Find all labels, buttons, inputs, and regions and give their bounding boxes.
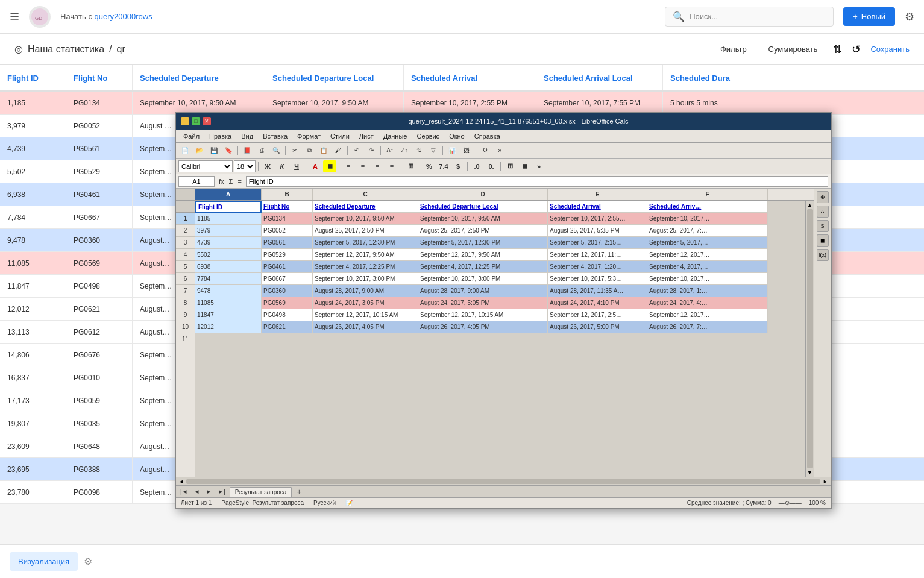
cell-C10[interactable]: September 12, 2017, 10:15 AM — [313, 309, 418, 321]
side-panel-gallery[interactable]: ◼ — [817, 234, 829, 247]
toolbar-paste[interactable]: 📋 — [317, 145, 330, 157]
cell-B8[interactable]: PG0360 — [262, 285, 313, 297]
cell-E7[interactable]: September 10, 2017, 5:3… — [548, 273, 647, 285]
cell-F4[interactable]: September 5, 2017,… — [647, 237, 768, 249]
cell-C11[interactable]: August 26, 2017, 4:05 PM — [313, 321, 418, 333]
cell-A9[interactable]: 11085 — [195, 297, 262, 309]
menu-item-данные[interactable]: Данные — [379, 130, 412, 142]
side-panel-func[interactable]: f(x) — [817, 249, 829, 261]
merge-cells[interactable]: ⊞ — [404, 160, 417, 172]
viz-settings-icon[interactable]: ⚙ — [84, 556, 92, 567]
menu-item-файл[interactable]: Файл — [178, 130, 204, 142]
cell-C5[interactable]: September 12, 2017, 9:50 AM — [313, 249, 418, 261]
hamburger-icon[interactable]: ☰ — [10, 10, 19, 24]
cell-E9[interactable]: August 24, 2017, 4:10 PM — [548, 297, 647, 309]
underline-button[interactable]: Ч — [290, 160, 303, 172]
col-header-E[interactable]: E — [548, 189, 647, 200]
toolbar-new[interactable]: 📄 — [178, 145, 192, 157]
cell-F5[interactable]: September 12, 2017… — [647, 249, 768, 261]
cell-E4[interactable]: September 5, 2017, 2:15… — [548, 237, 647, 249]
settings-icon[interactable]: ⚙ — [905, 10, 914, 24]
close-button[interactable]: ✕ — [203, 117, 211, 125]
align-right[interactable]: ≡ — [371, 160, 384, 172]
toolbar-print[interactable]: 🖨 — [255, 145, 268, 157]
cell-A4[interactable]: 4739 — [195, 237, 262, 249]
cell-A3[interactable]: 3979 — [195, 225, 262, 237]
col-header-F[interactable]: F — [647, 189, 768, 200]
highlight-button[interactable]: ◼ — [323, 160, 336, 172]
cell-C1[interactable]: Scheduled Departure — [313, 201, 418, 213]
toolbar-open[interactable]: 📂 — [193, 145, 206, 157]
minimize-button[interactable]: _ — [181, 117, 189, 125]
cell-B4[interactable]: PG0561 — [262, 237, 313, 249]
bold-button[interactable]: Ж — [261, 160, 274, 172]
cell-C6[interactable]: September 4, 2017, 12:25 PM — [313, 261, 418, 273]
tab-nav-next[interactable]: ► — [204, 488, 213, 495]
cell-E10[interactable]: September 12, 2017, 2:5… — [548, 309, 647, 321]
toolbar-more[interactable]: » — [493, 145, 506, 157]
toolbar-save[interactable]: 💾 — [207, 145, 221, 157]
row-num-4[interactable]: 4 — [176, 249, 195, 261]
maximize-button[interactable]: □ — [192, 117, 200, 125]
toolbar-format-paint[interactable]: 🖌 — [332, 145, 345, 157]
toolbar-copy[interactable]: ⧉ — [303, 145, 316, 157]
vertical-scrollbar[interactable]: ▲ ▼ — [805, 201, 814, 477]
cell-F3[interactable]: August 25, 2017, 7:… — [647, 225, 768, 237]
add-sheet-button[interactable]: + — [294, 487, 304, 497]
menu-item-вставка[interactable]: Вставка — [258, 130, 292, 142]
cell-B5[interactable]: PG0529 — [262, 249, 313, 261]
menu-item-правка[interactable]: Правка — [204, 130, 236, 142]
toolbar-saveas[interactable]: 🔖 — [222, 145, 235, 157]
cell-B2[interactable]: PG0134 — [262, 213, 313, 225]
col-header-C[interactable]: C — [313, 189, 418, 200]
percent-btn[interactable]: % — [423, 160, 436, 172]
row-num-2[interactable]: 2 — [176, 225, 195, 237]
menu-item-формат[interactable]: Формат — [292, 130, 325, 142]
toolbar-pdf[interactable]: 📕 — [240, 145, 254, 157]
sheet-tab[interactable]: Результат запроса — [230, 487, 292, 497]
cell-D11[interactable]: August 26, 2017, 4:05 PM — [418, 321, 548, 333]
nav-search-box[interactable]: 🔍 — [665, 7, 834, 27]
currency[interactable]: $ — [451, 160, 465, 172]
cell-E2[interactable]: September 10, 2017, 2:55… — [548, 213, 647, 225]
cell-D7[interactable]: September 10, 2017, 3:00 PM — [418, 273, 548, 285]
cell-B11[interactable]: PG0621 — [262, 321, 313, 333]
search-input[interactable] — [690, 12, 826, 21]
cell-F2[interactable]: September 10, 2017… — [647, 213, 768, 225]
refresh-icon[interactable]: ↺ — [852, 43, 861, 56]
cell-F6[interactable]: September 4, 2017,… — [647, 261, 768, 273]
justify[interactable]: ≡ — [385, 160, 398, 172]
new-button[interactable]: + Новый — [843, 7, 895, 26]
cell-A7[interactable]: 7784 — [195, 273, 262, 285]
row-num-3[interactable]: 3 — [176, 237, 195, 249]
cell-A8[interactable]: 9478 — [195, 285, 262, 297]
cell-C9[interactable]: August 24, 2017, 3:05 PM — [313, 297, 418, 309]
cell-B7[interactable]: PG0667 — [262, 273, 313, 285]
cell-F11[interactable]: August 26, 2017, 7:… — [647, 321, 768, 333]
cell-D6[interactable]: September 4, 2017, 12:25 PM — [418, 261, 548, 273]
cell-D10[interactable]: September 12, 2017, 10:15 AM — [418, 309, 548, 321]
side-panel-nav[interactable]: ⊕ — [817, 191, 829, 203]
menu-item-окно[interactable]: Окно — [444, 130, 470, 142]
tab-nav-first[interactable]: |◄ — [178, 488, 190, 495]
cell-D8[interactable]: August 28, 2017, 9:00 AM — [418, 285, 548, 297]
toolbar-cut[interactable]: ✂ — [288, 145, 301, 157]
col-header-A[interactable]: A — [195, 189, 262, 200]
toolbar-sort[interactable]: ⇅ — [412, 145, 426, 157]
cell-C2[interactable]: September 10, 2017, 9:50 AM — [313, 213, 418, 225]
cell-A2[interactable]: 1185 — [195, 213, 262, 225]
cell-E11[interactable]: August 26, 2017, 5:00 PM — [548, 321, 647, 333]
toolbar-undo[interactable]: ↶ — [350, 145, 363, 157]
cell-E1[interactable]: Scheduled Arrival — [548, 201, 647, 213]
filter-button[interactable]: Фильтр — [714, 41, 753, 57]
row-num-7[interactable]: 7 — [176, 285, 195, 297]
tab-nav-last[interactable]: ►| — [216, 488, 227, 495]
number-format[interactable]: 7.4 — [437, 160, 450, 172]
cell-A10[interactable]: 11847 — [195, 309, 262, 321]
font-color-button[interactable]: A — [309, 160, 322, 172]
zoom-slider[interactable]: —⊙—— — [779, 500, 802, 506]
cell-E6[interactable]: September 4, 2017, 1:20… — [548, 261, 647, 273]
row-num-8[interactable]: 8 — [176, 297, 195, 309]
cell-F10[interactable]: September 12, 2017… — [647, 309, 768, 321]
cell-B3[interactable]: PG0052 — [262, 225, 313, 237]
